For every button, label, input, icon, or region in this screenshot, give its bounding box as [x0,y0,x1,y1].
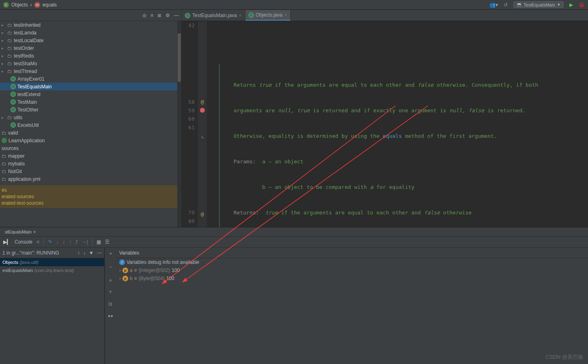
class-icon [249,13,254,18]
step-into-icon[interactable]: ↓ [56,239,58,245]
class-icon [11,76,16,81]
trace-icon[interactable]: ☰ [105,239,109,245]
folder-icon: 🗀 [7,69,12,74]
tree-resource[interactable]: 🗀 mapper [0,152,181,160]
run-config-label: TestEqualsMain [524,2,555,7]
tree-resource[interactable]: 🗀 mybatis [0,160,181,167]
debug-icon[interactable]: 🐞 [579,2,585,8]
tree-class[interactable]: TestMain [0,98,181,106]
tree-folder[interactable]: ▸🗀 testLamda [0,29,181,36]
tree-folder[interactable]: ▸🗀 testRedis [0,52,181,60]
next-frame-icon[interactable]: ↓ [83,250,86,256]
force-step-into-icon[interactable]: ↓ [62,239,65,245]
frames-panel: 1 in gr..."main": RUNNING ↑ ↓ ▼ ⋯ Object… [0,248,105,364]
editor-tab[interactable]: TestEqualsMain.java × [182,10,245,21]
frame-actions: ＋ － ▲ ▼ ⧉ 👓 [105,248,116,364]
tree-class[interactable]: testExtend [0,90,181,98]
watermark: CSDN @吴巴格 [545,353,583,361]
folder-icon: 🗀 [7,30,12,36]
step-over-icon[interactable]: ↷ [48,239,52,245]
glasses-icon[interactable]: 👓 [107,313,114,319]
breadcrumb-method: equals [43,2,57,8]
generated-item[interactable]: erated-test-sources [0,200,181,206]
threads-icon[interactable]: ≡ [36,239,39,245]
debugger-tab-icon[interactable]: ▶▎ [3,239,11,245]
run-icon[interactable]: ▶ [569,2,573,8]
close-icon[interactable]: × [239,13,241,18]
tree-folder[interactable]: ▸🗀 testThread [0,67,181,75]
step-out-icon[interactable]: ↑ [69,239,71,245]
tree-class[interactable]: ExcelsUtil [0,121,181,129]
gear-icon[interactable]: ⚙ [165,13,170,18]
project-tree[interactable]: ▸🗀 testInherited▸🗀 testLamda▸🗀 testLocal… [0,21,181,227]
param-badge-icon: p [122,276,128,281]
prev-frame-icon[interactable]: ↑ [77,250,80,256]
spring-icon [2,138,7,143]
tree-folder[interactable]: ▸🗀 testInherited [0,21,181,29]
breakpoint-icon[interactable] [200,108,205,113]
tree-class[interactable]: TestEqualsMain [0,83,181,90]
thread-selector[interactable]: 1 in gr..."main": RUNNING [2,250,74,256]
resources-root[interactable]: sources [0,144,181,152]
remove-watch-icon[interactable]: － [108,263,113,270]
down-icon[interactable]: ▼ [108,289,113,295]
tree-folder[interactable]: ▸🗀 testShaMo [0,60,181,67]
add-watch-icon[interactable]: ＋ [108,250,113,257]
stack-frame[interactable]: Objects (java.util) [0,258,104,266]
breadcrumb[interactable]: C Objects › m equals [3,2,57,8]
tree-folder[interactable]: ▸🗀 utils [0,113,181,121]
tree-folder[interactable]: 🗀 valid [0,129,181,137]
top-actions: 👥▾ ↺ ⬒ TestEqualsMain ▾ ▶ 🐞 [489,1,585,8]
hide-icon[interactable]: — [174,13,179,18]
run-configuration-selector[interactable]: ⬒ TestEqualsMain ▾ [513,1,564,8]
chevron-right-icon: ▸ [2,31,6,35]
variable-row[interactable]: › p b = {Byte@504} 100 [116,274,588,283]
copy-icon[interactable]: ⧉ [109,301,112,307]
reload-icon[interactable]: ↺ [504,2,508,8]
run-config-icon: ⬒ [517,2,521,7]
collapse-icon[interactable]: ≣ [157,13,161,18]
filter-icon[interactable]: ▼ [89,250,94,256]
editor-tab[interactable]: Objects.java × [245,10,291,21]
close-icon[interactable]: × [285,13,287,17]
variables-panel: Variables i Variables debug info not ava… [116,248,588,364]
code-body[interactable]: Returns true if the arguments are equal … [207,21,588,227]
evaluate-icon[interactable]: ▦ [97,239,101,245]
run-to-cursor-icon[interactable]: →| [82,239,88,245]
close-icon[interactable]: × [33,229,36,234]
stack-frame[interactable]: estEqualsMain (com.lzq.learn.test) [0,266,104,274]
folder-icon: 🗀 [2,130,6,136]
tree-folder[interactable]: ▸🗀 testLocalDate [0,36,181,44]
add-user-icon[interactable]: 👥▾ [489,2,498,8]
tree-class[interactable]: ArrayExer01 [0,75,181,83]
up-icon[interactable]: ▲ [108,277,113,283]
more-icon[interactable]: ⋯ [97,250,102,256]
console-tab[interactable]: Console [15,239,32,245]
generated-item[interactable]: es [0,187,181,193]
line-number-gutter: 425859606179808182 [182,21,198,227]
chevron-right-icon: › [30,2,32,8]
tree-class[interactable]: LearnApplication [0,137,181,144]
variable-row[interactable]: › p a = {Integer@502} 100 [116,266,588,274]
class-icon: C [3,2,9,8]
expand-icon[interactable]: › [119,276,121,281]
generated-item[interactable]: erated-sources [0,193,181,200]
locate-icon[interactable]: ◎ [142,13,146,18]
tree-class[interactable]: TestOther [0,106,181,113]
editor-area: TestEqualsMain.java × Objects.java × 425… [182,10,588,227]
scrollbar-thumb[interactable] [178,33,181,82]
tree-resource[interactable]: 🗀 NotGit [0,167,181,175]
expand-icon[interactable]: ≡ [150,13,153,18]
tree-folder[interactable]: ▸🗀 testOrder [0,44,181,52]
tree-resource[interactable]: 🗀 application.yml [0,175,181,183]
class-icon [11,99,16,105]
icon-gutter[interactable]: @✎@ [198,21,207,227]
scrollbar[interactable] [177,21,181,227]
drop-frame-icon[interactable]: ⤴ [75,239,78,245]
code-editor[interactable]: 425859606179808182 @✎@ Returns true if t… [182,21,588,227]
debug-session-tab[interactable]: stEqualsMain × [2,229,39,234]
editor-tabs: TestEqualsMain.java × Objects.java × [182,10,588,21]
folder-icon: 🗀 [2,169,6,174]
expand-icon[interactable]: › [119,268,121,273]
top-bar: C Objects › m equals 👥▾ ↺ ⬒ TestEqualsMa… [0,0,588,10]
